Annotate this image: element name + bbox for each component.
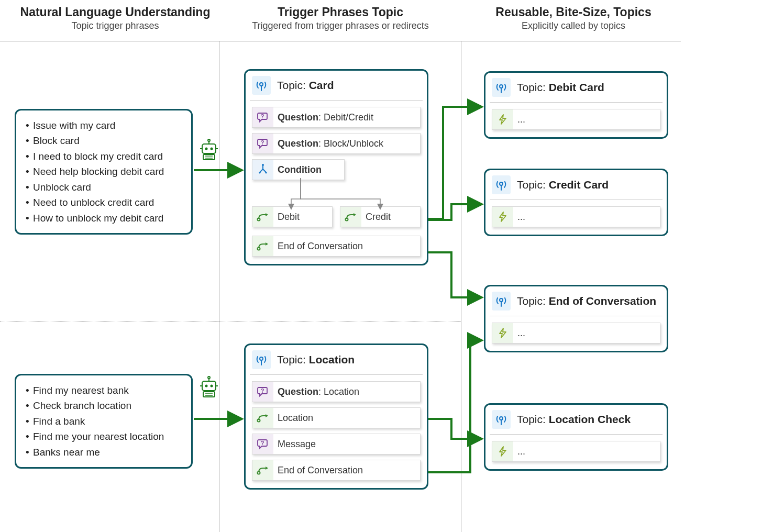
node-action: ... [492,323,660,343]
node-action: ... [492,206,660,227]
topic-card-locchk: Topic: Location Check ... [484,403,668,471]
phrase-list: Find my nearest bank Check branch locati… [26,383,182,460]
topic-header: Topic: Credit Card [485,170,667,199]
question-icon [252,434,273,454]
redirect-icon [252,236,273,256]
topic-icon [492,175,511,194]
topic-icon [252,76,271,95]
node-label: Debit [273,212,300,223]
phrase: Find my nearest bank [26,383,182,398]
column-subtitle: Triggered from trigger phrases or redire… [225,20,456,31]
action-icon [492,323,513,343]
topic-header: Topic: End of Conversation [485,286,667,316]
phrase: I need to block my credit card [26,149,182,164]
node-label: ... [513,212,525,223]
action-icon [492,441,513,461]
redirect-icon [252,460,273,480]
node-redirect-eoc: End of Conversation [252,460,421,481]
topic-card-card: Topic: Card Question: Debit/Credit Quest… [244,69,428,265]
column-header-reusable: Reusable, Bite-Size, Topics Explicitly c… [469,5,678,31]
redirect-icon [340,207,361,227]
node-redirect-credit: Credit [340,206,421,227]
question-icon [252,382,273,402]
topic-header: Topic: Location [246,345,427,374]
column-subtitle: Topic trigger phrases [10,20,220,31]
node-label: End of Conversation [273,241,363,252]
node-label: End of Conversation [273,465,363,476]
phrase-list: Issue with my card Block card I need to … [26,118,182,226]
phrase: Need help blocking debit card [26,164,182,179]
question-icon [252,134,273,153]
action-icon [492,207,513,227]
phrase: Find a bank [26,414,182,429]
topic-icon [492,78,511,97]
topic-card-location: Topic: Location Question: Location Locat… [244,343,428,490]
node-label: Message [273,439,316,450]
node-redirect-location: Location [252,407,421,428]
node-redirect-debit: Debit [252,206,333,227]
node-redirect-eoc: End of Conversation [252,236,421,257]
column-subtitle: Explicitly called by topics [469,20,678,31]
topic-title: Topic: Credit Card [517,179,609,191]
node-label: ... [513,446,525,457]
topic-title: Topic: Location [277,353,355,366]
column-header-trigger: Trigger Phrases Topic Triggered from tri… [225,5,456,31]
phrase: Check branch location [26,398,182,413]
topic-icon [492,292,511,311]
topic-card-debit: Topic: Debit Card ... [484,71,668,139]
phrase: Need to unblock credit card [26,195,182,210]
action-icon [492,109,513,129]
node-question-debit-credit: Question: Debit/Credit [252,107,421,128]
topic-card-eoc: Topic: End of Conversation ... [484,285,668,352]
node-label: ... [513,328,525,339]
robot-icon [198,139,220,163]
node-label: ... [513,114,525,125]
robot-icon [198,376,220,400]
column-divider [219,41,219,532]
node-label: Question: Debit/Credit [273,112,373,123]
row-divider [0,322,461,322]
trigger-phrases-location: Find my nearest bank Check branch locati… [15,374,193,469]
topic-header: Topic: Card [246,71,427,100]
node-label: Location [273,413,313,424]
column-title: Trigger Phrases Topic [225,5,456,19]
trigger-phrases-card: Issue with my card Block card I need to … [15,109,193,235]
branch-row: Debit Credit [252,206,421,227]
phrase: Block card [26,133,182,148]
node-label: Credit [361,212,391,223]
column-title: Reusable, Bite-Size, Topics [469,5,678,19]
node-label: Question: Location [273,386,359,397]
phrase: How to unblock my debit card [26,210,182,226]
node-message: Message [252,434,421,455]
node-condition: Condition [252,159,345,180]
topic-card-credit: Topic: Credit Card ... [484,169,668,236]
node-label: Condition [273,164,322,175]
node-label: Question: Block/Unblock [273,138,383,149]
node-question-location: Question: Location [252,381,421,402]
node-action: ... [492,109,660,130]
node-action: ... [492,441,660,462]
topic-title: Topic: Card [277,79,334,92]
topic-title: Topic: Debit Card [517,81,604,94]
phrase: Find me your nearest location [26,429,182,444]
column-title: Natural Language Understanding [10,5,220,19]
header-divider [0,41,681,41]
topic-icon [492,410,511,429]
redirect-icon [252,207,273,227]
question-icon [252,107,273,127]
condition-icon [252,160,273,180]
topic-icon [252,350,271,369]
phrase: Unblock card [26,180,182,195]
node-question-block-unblock: Question: Block/Unblock [252,133,421,154]
topic-header: Topic: Location Check [485,405,667,434]
phrase: Banks near me [26,445,182,460]
redirect-icon [252,408,273,428]
topic-header: Topic: Debit Card [485,73,667,102]
topic-title: Topic: End of Conversation [517,295,656,307]
phrase: Issue with my card [26,118,182,133]
topic-title: Topic: Location Check [517,413,631,426]
column-divider [461,41,461,532]
column-header-nlu: Natural Language Understanding Topic tri… [10,5,220,31]
